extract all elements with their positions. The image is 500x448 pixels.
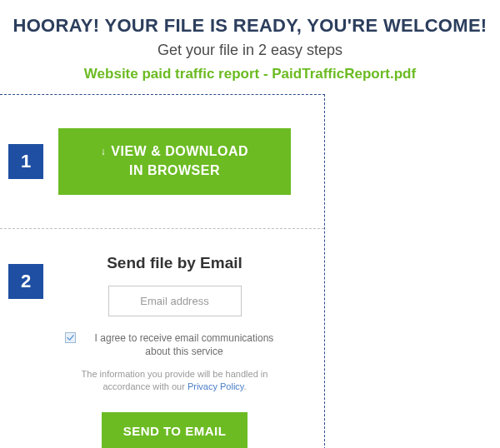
step-1-badge: 1	[8, 144, 43, 179]
check-icon	[67, 334, 74, 341]
privacy-notice: The information you provide will be hand…	[58, 368, 291, 394]
step-2-section: 2 Send file by Email I agree to receive …	[0, 229, 324, 448]
file-name: Website paid traffic report - PaidTraffi…	[8, 66, 492, 82]
step-2-badge: 2	[8, 264, 43, 299]
download-button-line1: VIEW & DOWNLOAD	[111, 143, 248, 161]
page-title: HOORAY! YOUR FILE IS READY, YOU'RE WELCO…	[8, 15, 492, 37]
download-button-line2: IN BROWSER	[129, 162, 220, 180]
agree-text: I agree to receive email communications …	[84, 331, 284, 358]
email-input[interactable]	[108, 286, 242, 316]
privacy-suffix: .	[244, 381, 247, 391]
send-to-email-button[interactable]: SEND TO EMAIL	[102, 412, 248, 448]
send-by-email-title: Send file by Email	[58, 254, 291, 272]
steps-card: 1 ↓ VIEW & DOWNLOAD IN BROWSER 2 Send fi…	[0, 94, 325, 448]
step-1-section: 1 ↓ VIEW & DOWNLOAD IN BROWSER	[0, 95, 324, 229]
page-subtitle: Get your file in 2 easy steps	[8, 42, 492, 59]
privacy-policy-link[interactable]: Privacy Policy	[188, 381, 244, 391]
agree-checkbox[interactable]	[65, 332, 76, 343]
view-download-button[interactable]: ↓ VIEW & DOWNLOAD IN BROWSER	[58, 128, 291, 195]
arrow-down-icon: ↓	[101, 146, 107, 159]
